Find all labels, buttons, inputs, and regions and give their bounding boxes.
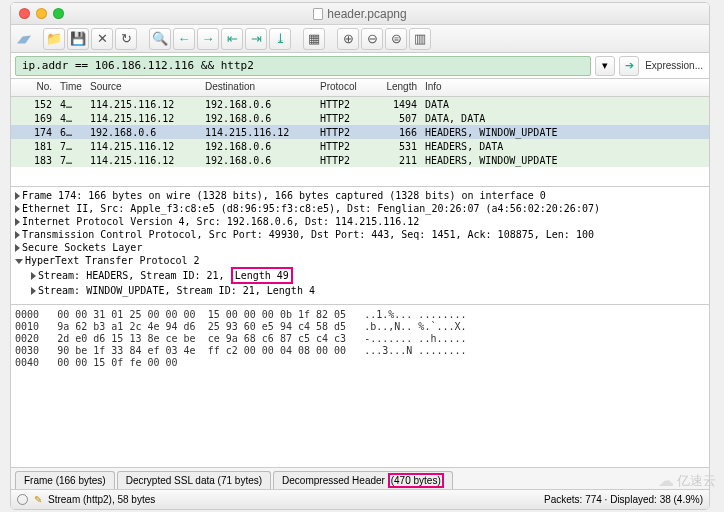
hex-row: 0020 2d e0 d6 15 13 8e ce be ce 9a 68 c6…	[15, 333, 705, 345]
tab-decompressed-header[interactable]: Decompressed Header (470 bytes)	[273, 471, 453, 489]
length-highlight: Length 49	[231, 267, 293, 284]
col-no[interactable]: No.	[11, 79, 56, 96]
col-time[interactable]: Time	[56, 79, 86, 96]
hex-row: 0010 9a 62 b3 a1 2c 4e 94 d6 25 93 60 e5…	[15, 321, 705, 333]
jump-first-icon[interactable]: ⇤	[221, 28, 243, 50]
col-info[interactable]: Info	[421, 79, 709, 96]
detail-frame[interactable]: Frame 174: 166 bytes on wire (1328 bits)…	[15, 189, 705, 202]
detail-tcp[interactable]: Transmission Control Protocol, Src Port:…	[15, 228, 705, 241]
packet-row[interactable]: 1524…114.215.116.12192.168.0.6HTTP21494D…	[11, 97, 709, 111]
zoom-out-icon[interactable]: ⊖	[361, 28, 383, 50]
status-bar: ✎ Stream (http2), 58 bytes Packets: 774 …	[11, 489, 709, 509]
autoscroll-icon[interactable]: ⤓	[269, 28, 291, 50]
packet-list: No. Time Source Destination Protocol Len…	[11, 79, 709, 187]
jump-last-icon[interactable]: ⇥	[245, 28, 267, 50]
col-destination[interactable]: Destination	[201, 79, 316, 96]
expert-info-icon[interactable]	[17, 494, 28, 505]
packet-row[interactable]: 1837…114.215.116.12192.168.0.6HTTP2211HE…	[11, 153, 709, 167]
detail-stream-headers[interactable]: Stream: HEADERS, Stream ID: 21, Length 4…	[15, 267, 705, 284]
document-icon	[313, 8, 323, 20]
hex-view[interactable]: 0000 00 00 31 01 25 00 00 00 15 00 00 00…	[11, 305, 709, 467]
detail-http2[interactable]: HyperText Transfer Protocol 2	[15, 254, 705, 267]
col-protocol[interactable]: Protocol	[316, 79, 376, 96]
toolbar: 📁 💾 ✕ ↻ 🔍 ← → ⇤ ⇥ ⤓ ▦ ⊕ ⊖ ⊜ ▥	[11, 25, 709, 53]
detail-ssl[interactable]: Secure Sockets Layer	[15, 241, 705, 254]
save-icon[interactable]: 💾	[67, 28, 89, 50]
hex-row: 0040 00 00 15 0f fe 00 00	[15, 357, 705, 369]
status-hint-icon: ✎	[34, 494, 42, 505]
apply-filter-icon[interactable]: ➔	[619, 56, 639, 76]
window-title: header.pcapng	[327, 7, 406, 21]
status-right-text: Packets: 774 · Displayed: 38 (4.9%)	[544, 494, 703, 505]
next-icon[interactable]: →	[197, 28, 219, 50]
packet-row[interactable]: 1817…114.215.116.12192.168.0.6HTTP2531HE…	[11, 139, 709, 153]
close-file-icon[interactable]: ✕	[91, 28, 113, 50]
detail-ip[interactable]: Internet Protocol Version 4, Src: 192.16…	[15, 215, 705, 228]
zoom-in-icon[interactable]: ⊕	[337, 28, 359, 50]
maximize-window-icon[interactable]	[53, 8, 64, 19]
status-left-text: Stream (http2), 58 bytes	[48, 494, 155, 505]
bookmark-filter-icon[interactable]: ▾	[595, 56, 615, 76]
display-filter-input[interactable]	[15, 56, 591, 76]
tab-decrypted-ssl[interactable]: Decrypted SSL data (71 bytes)	[117, 471, 271, 489]
zoom-reset-icon[interactable]: ⊜	[385, 28, 407, 50]
expression-button[interactable]: Expression...	[643, 60, 705, 71]
titlebar: header.pcapng	[11, 3, 709, 25]
packet-row[interactable]: 1694…114.215.116.12192.168.0.6HTTP2507DA…	[11, 111, 709, 125]
resize-columns-icon[interactable]: ▥	[409, 28, 431, 50]
packet-list-header: No. Time Source Destination Protocol Len…	[11, 79, 709, 97]
reload-icon[interactable]: ↻	[115, 28, 137, 50]
packet-row[interactable]: 1746…192.168.0.6114.215.116.12HTTP2166HE…	[11, 125, 709, 139]
detail-stream-windowupdate[interactable]: Stream: WINDOW_UPDATE, Stream ID: 21, Le…	[15, 284, 705, 297]
bytes-highlight: (470 bytes)	[388, 473, 444, 488]
colorize-icon[interactable]: ▦	[303, 28, 325, 50]
find-icon[interactable]: 🔍	[149, 28, 171, 50]
tab-frame[interactable]: Frame (166 bytes)	[15, 471, 115, 489]
col-length[interactable]: Length	[376, 79, 421, 96]
close-window-icon[interactable]	[19, 8, 30, 19]
col-source[interactable]: Source	[86, 79, 201, 96]
app-icon	[17, 34, 31, 44]
detail-ethernet[interactable]: Ethernet II, Src: Apple_f3:c8:e5 (d8:96:…	[15, 202, 705, 215]
byte-view-tabs: Frame (166 bytes) Decrypted SSL data (71…	[11, 467, 709, 489]
hex-row: 0000 00 00 31 01 25 00 00 00 15 00 00 00…	[15, 309, 705, 321]
folder-open-icon[interactable]: 📁	[43, 28, 65, 50]
prev-icon[interactable]: ←	[173, 28, 195, 50]
filter-bar: ▾ ➔ Expression...	[11, 53, 709, 79]
packet-details: Frame 174: 166 bytes on wire (1328 bits)…	[11, 187, 709, 305]
minimize-window-icon[interactable]	[36, 8, 47, 19]
hex-row: 0030 90 be 1f 33 84 ef 03 4e ff c2 00 00…	[15, 345, 705, 357]
